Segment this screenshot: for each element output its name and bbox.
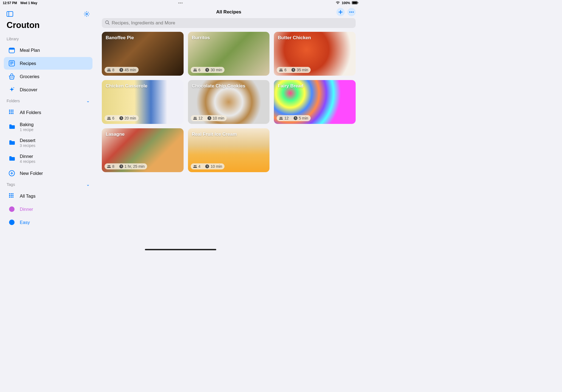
folder-icon bbox=[8, 123, 15, 130]
sidebar-item-groceries[interactable]: Groceries bbox=[4, 70, 92, 83]
sidebar-item-discover[interactable]: Discover bbox=[4, 83, 92, 96]
people-icon bbox=[279, 116, 283, 120]
svg-rect-3 bbox=[7, 12, 13, 16]
sidebar-item-label: Groceries bbox=[20, 74, 40, 79]
svg-rect-35 bbox=[11, 197, 12, 198]
recipe-card[interactable]: Banoffee Pie 8 45 min bbox=[102, 32, 184, 76]
svg-point-60 bbox=[281, 117, 282, 118]
section-label-folders[interactable]: Folders ⌄ bbox=[0, 96, 96, 106]
svg-rect-29 bbox=[11, 193, 12, 194]
svg-point-54 bbox=[109, 117, 110, 118]
sidebar-item-meal-plan[interactable]: Meal Plan bbox=[4, 44, 92, 56]
recipe-title: Chicken Casserole bbox=[106, 83, 147, 89]
svg-rect-18 bbox=[12, 110, 13, 111]
sidebar-item-recipes[interactable]: Recipes bbox=[4, 57, 92, 70]
svg-rect-31 bbox=[9, 195, 10, 196]
sidebar-item-tag-easy[interactable]: Easy bbox=[4, 216, 92, 229]
svg-rect-1 bbox=[352, 2, 357, 4]
app-title: Crouton bbox=[0, 20, 96, 35]
sidebar: Crouton Library Meal Plan Recipes Grocer… bbox=[0, 0, 96, 252]
recipe-meta: 12 5 min bbox=[277, 115, 311, 121]
recipe-title: Chocolate Chip Cookies bbox=[192, 83, 246, 89]
recipe-title: Fairy Bread bbox=[278, 83, 304, 89]
search-input[interactable] bbox=[112, 20, 352, 26]
recipe-card[interactable]: Butter Chicken 6 35 min bbox=[274, 32, 356, 76]
sidebar-item-tag-dinner[interactable]: Dinner bbox=[4, 203, 92, 215]
svg-rect-36 bbox=[12, 197, 13, 198]
svg-point-39 bbox=[349, 12, 350, 13]
clock-icon bbox=[205, 164, 209, 168]
clock-icon bbox=[291, 68, 295, 72]
svg-point-48 bbox=[195, 69, 196, 70]
people-icon bbox=[193, 116, 197, 120]
sidebar-item-all-folders[interactable]: All Folders bbox=[4, 106, 92, 119]
svg-point-44 bbox=[108, 69, 109, 70]
section-label-tags[interactable]: Tags ⌄ bbox=[0, 180, 96, 189]
svg-rect-34 bbox=[9, 197, 10, 198]
recipe-title: Real Fruit Ice Cream bbox=[192, 132, 237, 137]
people-icon bbox=[107, 116, 111, 120]
sidebar-item-dinner[interactable]: Dinner4 recipes bbox=[4, 151, 92, 166]
recipe-icon bbox=[8, 60, 15, 67]
clock-icon bbox=[294, 116, 297, 120]
svg-point-40 bbox=[351, 12, 352, 13]
clock-icon bbox=[119, 116, 123, 120]
plus-circle-icon bbox=[8, 170, 15, 177]
svg-point-56 bbox=[194, 117, 195, 118]
gear-icon[interactable] bbox=[84, 11, 90, 18]
recipe-title: Lasagne bbox=[106, 132, 125, 137]
svg-point-5 bbox=[86, 13, 88, 15]
sidebar-item-dessert[interactable]: Dessert3 recipes bbox=[4, 135, 92, 150]
tag-dot-icon bbox=[8, 206, 15, 213]
people-icon bbox=[193, 68, 197, 72]
recipe-title: Burritos bbox=[192, 35, 210, 41]
multitask-dots-icon[interactable]: ••• bbox=[178, 1, 183, 5]
search-bar[interactable] bbox=[102, 18, 356, 28]
recipe-card[interactable]: Fairy Bread 12 5 min bbox=[274, 80, 356, 124]
clock-icon bbox=[207, 116, 211, 120]
svg-point-45 bbox=[109, 69, 110, 70]
sidebar-item-new-folder[interactable]: New Folder bbox=[4, 167, 92, 180]
svg-rect-23 bbox=[11, 113, 12, 114]
status-bar: 12:57 PM Wed 1 May ••• 100% bbox=[0, 0, 361, 6]
recipe-meta: 8 1 hr, 25 min bbox=[105, 163, 147, 169]
calendar-icon bbox=[8, 47, 15, 54]
recipe-meta: 12 10 min bbox=[191, 115, 227, 121]
svg-point-50 bbox=[280, 69, 281, 70]
svg-point-66 bbox=[195, 165, 196, 166]
sidebar-item-label: All Folders bbox=[20, 110, 41, 115]
battery-icon bbox=[352, 1, 358, 5]
sidebar-item-label: Dessert bbox=[20, 138, 35, 143]
recipe-card[interactable]: Lasagne 8 1 hr, 25 min bbox=[102, 128, 184, 172]
recipe-meta: 8 45 min bbox=[105, 67, 139, 73]
svg-point-63 bbox=[109, 165, 110, 166]
sidebar-item-all-tags[interactable]: All Tags bbox=[4, 190, 92, 202]
chevron-down-icon: ⌄ bbox=[86, 98, 90, 103]
sidebar-toggle-icon[interactable] bbox=[7, 11, 13, 18]
svg-rect-17 bbox=[11, 110, 12, 111]
home-indicator[interactable] bbox=[145, 249, 216, 250]
battery-percent: 100% bbox=[342, 1, 350, 5]
more-button[interactable] bbox=[347, 8, 356, 16]
people-icon bbox=[193, 164, 197, 168]
recipe-card[interactable]: Chocolate Chip Cookies 12 10 min bbox=[188, 80, 270, 124]
svg-point-51 bbox=[281, 69, 282, 70]
recipe-card[interactable]: Burritos 6 30 min bbox=[188, 32, 270, 76]
sidebar-item-label: All Tags bbox=[20, 194, 35, 199]
svg-rect-30 bbox=[12, 193, 13, 194]
recipe-meta: 6 20 min bbox=[105, 115, 139, 121]
recipe-card[interactable]: Real Fruit Ice Cream 4 10 min bbox=[188, 128, 270, 172]
add-button[interactable] bbox=[336, 8, 345, 16]
recipe-card[interactable]: Chicken Casserole 6 20 min bbox=[102, 80, 184, 124]
svg-rect-33 bbox=[12, 195, 13, 196]
recipe-meta: 6 35 min bbox=[277, 67, 311, 73]
chevron-down-icon: ⌄ bbox=[86, 182, 90, 187]
search-icon bbox=[105, 20, 109, 26]
grid-icon bbox=[8, 109, 15, 116]
wifi-icon bbox=[336, 1, 340, 5]
sidebar-item-label: Baking bbox=[20, 122, 33, 127]
main-content: All Recipes Banoffee Pie 8 45 min Burrit… bbox=[96, 0, 361, 252]
svg-rect-20 bbox=[11, 111, 12, 112]
svg-rect-32 bbox=[11, 195, 12, 196]
sidebar-item-baking[interactable]: Baking1 recipe bbox=[4, 119, 92, 135]
